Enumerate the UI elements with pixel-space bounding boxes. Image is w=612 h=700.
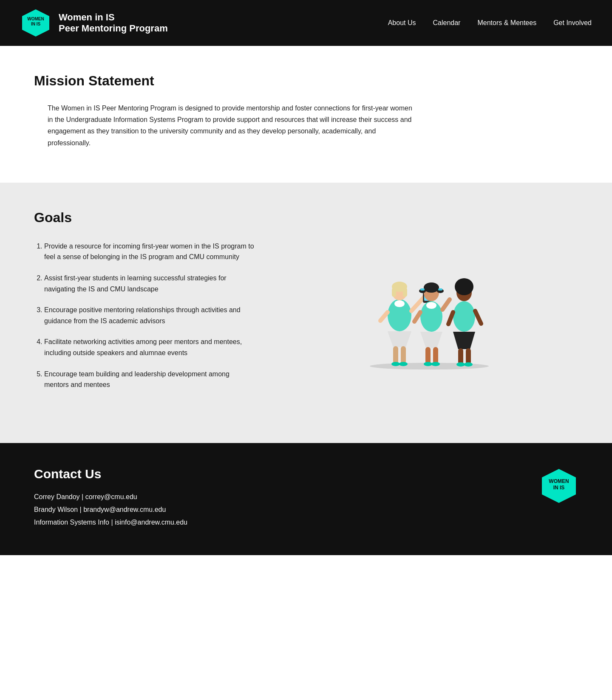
footer-contact-item: Information Systems Info | isinfo@andrew… xyxy=(34,519,187,526)
svg-rect-12 xyxy=(401,346,406,364)
site-header: WOMEN IN IS Women in IS Peer Mentoring P… xyxy=(0,0,612,46)
svg-point-14 xyxy=(399,362,408,366)
goals-list-item: Provide a resource for incoming first-ye… xyxy=(44,241,255,262)
nav-mentors[interactable]: Mentors & Mentees xyxy=(477,19,536,27)
svg-text:IN IS: IN IS xyxy=(31,22,41,26)
svg-text:IN IS: IN IS xyxy=(553,485,565,491)
site-footer: Contact Us Correy Dandoy | correy@cmu.ed… xyxy=(0,443,612,555)
svg-line-18 xyxy=(380,312,388,321)
svg-point-9 xyxy=(394,300,405,307)
mission-section: Mission Statement The Women in IS Peer M… xyxy=(0,46,612,183)
goals-section: Goals Provide a resource for incoming fi… xyxy=(0,183,612,443)
svg-line-42 xyxy=(475,311,481,324)
footer-contact-item: Correy Dandoy | correy@cmu.edu xyxy=(34,493,187,501)
goals-list-item: Facilitate networking activities among p… xyxy=(44,336,255,358)
footer-heading: Contact Us xyxy=(34,467,187,481)
nav-calendar[interactable]: Calendar xyxy=(433,19,461,27)
svg-rect-7 xyxy=(392,288,396,297)
goals-list-item: Encourage team building and leadership d… xyxy=(44,369,255,390)
svg-rect-11 xyxy=(393,346,398,364)
svg-line-43 xyxy=(448,312,453,324)
svg-point-13 xyxy=(391,362,400,366)
goals-ordered-list: Provide a resource for incoming first-ye… xyxy=(34,241,255,390)
goals-heading: Goals xyxy=(34,210,578,226)
svg-rect-8 xyxy=(403,288,407,297)
svg-marker-10 xyxy=(388,331,411,347)
svg-marker-27 xyxy=(420,332,442,348)
mission-heading: Mission Statement xyxy=(34,73,578,89)
footer-logo: WOMEN IN IS xyxy=(540,467,578,505)
nav-about[interactable]: About Us xyxy=(388,19,416,27)
svg-point-34 xyxy=(453,301,475,332)
main-nav: About Us Calendar Mentors & Mentees Get … xyxy=(388,19,592,27)
svg-text:WOMEN: WOMEN xyxy=(27,17,44,21)
goals-list: Provide a resource for incoming first-ye… xyxy=(34,241,255,401)
goals-illustration xyxy=(280,241,578,377)
svg-rect-39 xyxy=(466,348,471,364)
header-logo: WOMEN IN IS xyxy=(20,8,51,38)
svg-rect-38 xyxy=(458,348,463,364)
header-title-block: Women in IS Peer Mentoring Program xyxy=(59,12,168,34)
footer-contacts: Correy Dandoy | correy@cmu.eduBrandy Wil… xyxy=(34,493,187,526)
svg-marker-37 xyxy=(453,332,475,349)
svg-rect-25 xyxy=(420,288,425,291)
illustration-svg xyxy=(357,241,502,377)
svg-line-32 xyxy=(442,299,450,310)
footer-right: WOMEN IN IS xyxy=(540,467,578,505)
goals-list-item: Assist first-year students in learning s… xyxy=(44,273,255,294)
svg-point-26 xyxy=(426,302,436,309)
svg-point-41 xyxy=(464,362,473,367)
footer-left: Contact Us Correy Dandoy | correy@cmu.ed… xyxy=(34,467,187,531)
svg-text:WOMEN: WOMEN xyxy=(549,478,569,484)
svg-rect-23 xyxy=(438,288,442,291)
header-title-line2: Peer Mentoring Program xyxy=(59,23,168,34)
svg-point-40 xyxy=(456,362,465,367)
goals-list-item: Encourage positive mentoring relationshi… xyxy=(44,305,255,326)
svg-rect-29 xyxy=(433,347,438,364)
svg-point-30 xyxy=(424,362,432,366)
svg-line-33 xyxy=(414,312,420,322)
footer-contact-item: Brandy Wilson | brandyw@andrew.cmu.edu xyxy=(34,506,187,514)
svg-point-21 xyxy=(424,282,439,293)
svg-rect-28 xyxy=(425,347,431,364)
nav-get-involved[interactable]: Get Involved xyxy=(553,19,592,27)
svg-point-36 xyxy=(455,278,473,295)
svg-point-31 xyxy=(431,362,440,366)
header-brand: WOMEN IN IS Women in IS Peer Mentoring P… xyxy=(20,8,168,38)
mission-body: The Women in IS Peer Mentoring Program i… xyxy=(48,102,413,149)
goals-content: Provide a resource for incoming first-ye… xyxy=(34,241,578,401)
header-title-line1: Women in IS xyxy=(59,12,168,23)
